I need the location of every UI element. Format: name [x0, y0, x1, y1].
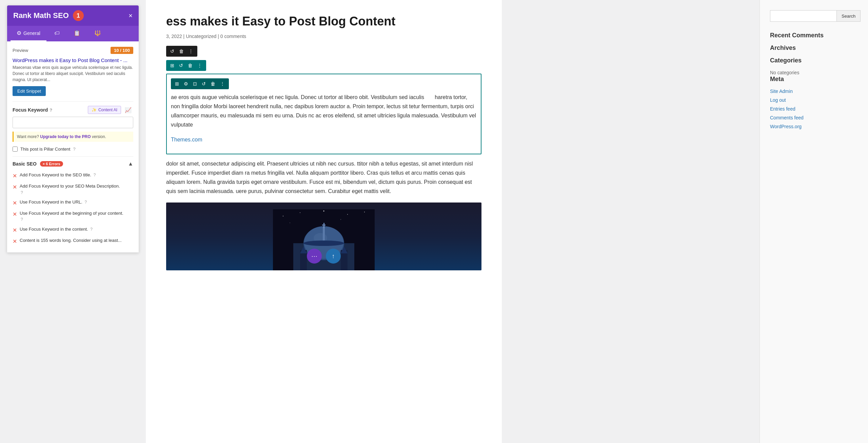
collapse-icon: ▲: [128, 161, 133, 167]
basic-seo-title-row: Basic SEO × 6 Errors: [13, 161, 63, 167]
pillar-content-label: This post is Pillar Content: [20, 147, 70, 152]
meta-title: Meta: [770, 76, 858, 83]
svg-point-6: [290, 223, 290, 224]
block-btn-delete-2[interactable]: 🗑: [186, 61, 195, 70]
fab-scroll-button[interactable]: ↑: [326, 249, 341, 264]
block-btn-delete-1[interactable]: 🗑: [177, 47, 186, 55]
pillar-content-checkbox[interactable]: [13, 147, 18, 152]
rank-math-panel: Rank Math SEO 1 × ⚙ General 🏷 📋 🔱 Previe…: [7, 5, 139, 253]
svg-point-2: [300, 212, 300, 213]
tab-general[interactable]: ⚙ General: [11, 26, 46, 41]
site-admin-link[interactable]: Site Admin: [770, 89, 793, 94]
basic-seo-title: Basic SEO: [13, 161, 37, 167]
post-paragraph-1: ae eros quis augue vehicula scelerisque …: [171, 93, 477, 130]
arrow-up-icon: ↑: [332, 253, 335, 260]
tab-advanced[interactable]: 🔱: [88, 26, 107, 41]
content-ai-button[interactable]: ✨ Content AI: [88, 106, 121, 114]
tab-general-label: General: [23, 31, 40, 36]
focus-keyword-input[interactable]: [13, 117, 133, 128]
errors-badge: × 6 Errors: [40, 161, 63, 167]
content-ai-label: Content AI: [98, 108, 117, 112]
list-item-logout: Log out: [770, 97, 858, 103]
no-categories-text: No categories: [770, 70, 799, 75]
focus-keyword-label-row: Focus Keyword ? ✨ Content AI 📈: [13, 106, 133, 114]
block-toolbar-1: ↺ 🗑 ⋮: [166, 46, 197, 57]
right-sidebar: Search Recent Comments Archives Categori…: [760, 0, 868, 443]
check-text-1: Add Focus Keyword to the SEO title. ?: [20, 172, 133, 178]
post-paragraph-link: Themes.com: [171, 135, 477, 144]
post-title: ess makes it Easy to Post Blog Content: [166, 14, 481, 30]
block-btn-grid-3[interactable]: ⊞: [173, 80, 181, 88]
upgrade-suffix: version.: [92, 134, 106, 139]
score-badge: 10 / 100: [111, 47, 133, 54]
tag-icon: 🏷: [54, 30, 60, 36]
focus-keyword-label: Focus Keyword ?: [13, 107, 52, 113]
preview-section: Preview 10 / 100 WordPress makes it Easy…: [13, 47, 133, 96]
wordpress-org-link[interactable]: WordPress.org: [770, 124, 802, 129]
check-help-1[interactable]: ?: [94, 173, 96, 177]
error-icon-1: ✕: [13, 172, 17, 180]
seo-checks-list: ✕ Add Focus Keyword to the SEO title. ? …: [13, 170, 133, 247]
check-text-6: Content is 155 words long. Consider usin…: [20, 237, 133, 244]
upgrade-link[interactable]: Upgrade today to the PRO: [40, 134, 91, 139]
panel-title: Rank Math SEO: [13, 11, 69, 20]
block-btn-refresh-3[interactable]: ↺: [200, 80, 208, 88]
pillar-content-help-icon[interactable]: ?: [73, 147, 75, 152]
trend-icon: 📈: [125, 107, 132, 113]
themes-link[interactable]: Themes.com: [171, 137, 202, 142]
logout-link[interactable]: Log out: [770, 97, 786, 103]
panel-close-button[interactable]: ×: [129, 12, 133, 19]
block-btn-settings-3[interactable]: ⚙: [182, 80, 190, 88]
error-icon-3: ✕: [13, 199, 17, 207]
upgrade-notice: Want more? Upgrade today to the PRO vers…: [13, 132, 133, 142]
advanced-icon: 🔱: [94, 30, 101, 36]
block-btn-refresh-2[interactable]: ↺: [177, 61, 185, 70]
panel-header-left: Rank Math SEO 1: [13, 10, 84, 21]
block-btn-grid-2[interactable]: ⊞: [168, 61, 176, 70]
block-btn-more-2[interactable]: ⋮: [195, 61, 204, 70]
comments-feed-link[interactable]: Comments feed: [770, 115, 804, 120]
main-content: ess makes it Easy to Post Blog Content 3…: [146, 0, 502, 443]
tab-social[interactable]: 🏷: [48, 26, 66, 41]
post-meta: 3, 2022 | Uncategorized | 0 comments: [166, 34, 481, 39]
search-input[interactable]: [770, 10, 836, 22]
block-btn-delete-3[interactable]: 🗑: [209, 80, 217, 88]
check-help-3[interactable]: ?: [85, 200, 87, 205]
block-toolbar-3: ⊞ ⚙ ⊡ ↺ 🗑 ⋮: [171, 78, 229, 89]
pillar-content-row: This post is Pillar Content ?: [13, 147, 133, 152]
divider-1: [13, 101, 133, 102]
block-btn-refresh-1[interactable]: ↺: [168, 47, 176, 55]
block-btn-more-3[interactable]: ⋮: [218, 80, 227, 88]
svg-point-3: [323, 211, 324, 212]
basic-seo-header[interactable]: Basic SEO × 6 Errors ▲: [13, 157, 133, 170]
check-text-3: Use Focus Keyword in the URL. ?: [20, 199, 133, 205]
svg-point-1: [283, 216, 283, 216]
fab-container: ⋯ ↑: [307, 249, 341, 264]
edit-snippet-button[interactable]: Edit Snippet: [13, 86, 46, 96]
recent-comments-title: Recent Comments: [770, 32, 858, 39]
preview-description: Maecenas vitae eros quis augue vehicula …: [13, 64, 133, 83]
svg-rect-14: [323, 223, 324, 228]
focus-keyword-section: Focus Keyword ? ✨ Content AI 📈 Want more…: [13, 106, 133, 142]
post-paragraph-2: dolor sit amet, consectetur adipiscing e…: [166, 159, 481, 196]
check-help-4[interactable]: ?: [21, 217, 23, 222]
panel-body: Preview 10 / 100 WordPress makes it Easy…: [7, 41, 139, 252]
search-button[interactable]: Search: [836, 10, 861, 22]
tab-schema[interactable]: 📋: [67, 26, 86, 41]
categories-title: Categories: [770, 57, 858, 64]
trend-icon-button[interactable]: 📈: [123, 106, 133, 114]
seo-check-6: ✕ Content is 155 words long. Consider us…: [13, 236, 133, 247]
gear-icon: ⚙: [17, 30, 21, 36]
block-btn-more-1[interactable]: ⋮: [186, 47, 195, 55]
block-btn-link-3[interactable]: ⊡: [191, 80, 199, 88]
fab-more-button[interactable]: ⋯: [307, 249, 322, 264]
check-help-5[interactable]: ?: [90, 227, 93, 232]
list-item-comments-feed: Comments feed: [770, 115, 858, 121]
focus-keyword-help-icon[interactable]: ?: [50, 108, 52, 113]
preview-title-link[interactable]: WordPress makes it Easy to Post Blog Con…: [13, 57, 133, 63]
error-icon-4: ✕: [13, 211, 17, 218]
entries-feed-link[interactable]: Entries feed: [770, 106, 795, 112]
check-help-2[interactable]: ?: [21, 190, 23, 195]
panel-tabs: ⚙ General 🏷 📋 🔱: [7, 26, 139, 41]
seo-check-5: ✕ Use Focus Keyword in the content. ?: [13, 225, 133, 236]
